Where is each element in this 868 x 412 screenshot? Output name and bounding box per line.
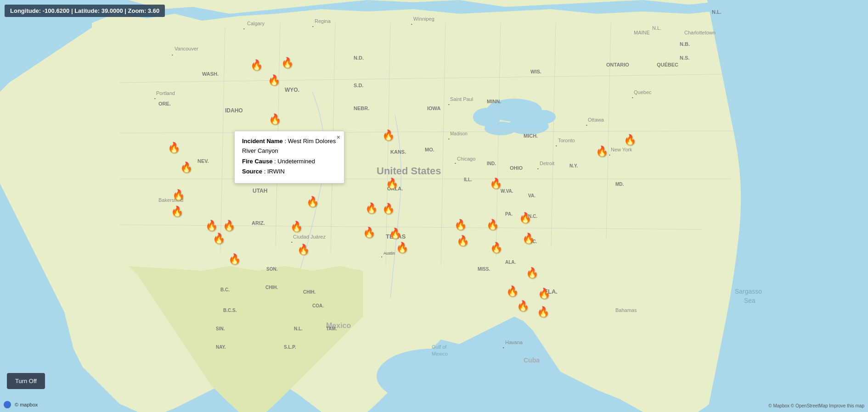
popup-incident-row: Incident Name : West Rim Dolores River C… <box>242 137 337 156</box>
fire-marker[interactable]: 🔥 <box>454 219 467 231</box>
svg-text:COA.: COA. <box>312 303 324 308</box>
mapbox-logo: © mapbox <box>4 401 38 408</box>
fire-marker[interactable]: 🔥 <box>250 59 263 71</box>
svg-text:Austin: Austin <box>383 251 395 256</box>
fire-marker[interactable]: 🔥 <box>386 178 398 189</box>
svg-text:NEBR.: NEBR. <box>354 106 369 111</box>
fire-marker[interactable]: 🔥 <box>290 221 303 233</box>
fire-marker[interactable]: 🔥 <box>490 242 502 254</box>
svg-text:NAY.: NAY. <box>216 345 226 350</box>
svg-text:TAM.: TAM. <box>326 326 337 331</box>
svg-text:QUÉBEC: QUÉBEC <box>657 62 678 67</box>
fire-marker[interactable]: 🔥 <box>306 196 319 208</box>
popup-close-button[interactable]: × <box>337 134 340 141</box>
fire-marker[interactable]: 🔥 <box>205 220 218 232</box>
svg-text:SIN.: SIN. <box>216 326 225 331</box>
fire-marker[interactable]: 🔥 <box>363 227 375 239</box>
fire-marker[interactable]: 🔥 <box>396 242 408 254</box>
fire-marker[interactable]: 🔥 <box>486 219 499 231</box>
svg-text:•: • <box>172 53 173 57</box>
fire-marker[interactable]: 🔥 <box>172 189 185 201</box>
fire-marker[interactable]: 🔥 <box>522 233 535 245</box>
popup-source-label: Source <box>242 168 262 175</box>
svg-text:Bahamas: Bahamas <box>615 307 637 313</box>
fire-marker[interactable]: 🔥 <box>506 285 519 297</box>
mapbox-logo-text: © mapbox <box>15 402 38 407</box>
svg-text:•: • <box>154 96 156 100</box>
fire-marker[interactable]: 🔥 <box>596 145 608 157</box>
fire-marker[interactable]: 🔥 <box>624 134 636 146</box>
svg-text:Charlottetown: Charlottetown <box>684 30 716 35</box>
svg-text:•: • <box>632 95 633 100</box>
svg-text:MD.: MD. <box>615 182 624 187</box>
svg-text:WASH.: WASH. <box>202 71 219 77</box>
svg-text:•: • <box>291 240 293 244</box>
fire-marker[interactable]: 🔥 <box>457 235 469 247</box>
svg-text:Toronto: Toronto <box>558 138 575 143</box>
fire-marker[interactable]: 🔥 <box>213 233 225 245</box>
svg-text:B.C.: B.C. <box>220 287 230 292</box>
fire-marker[interactable]: 🔥 <box>228 253 241 265</box>
svg-text:S.D.: S.D. <box>354 83 363 88</box>
svg-text:•: • <box>537 167 539 171</box>
svg-text:•: • <box>448 102 450 106</box>
svg-text:•: • <box>503 345 504 350</box>
svg-text:IOWA: IOWA <box>427 106 440 111</box>
fire-marker[interactable]: 🔥 <box>382 129 395 141</box>
fire-marker[interactable]: 🔥 <box>382 203 395 215</box>
fire-marker[interactable]: 🔥 <box>490 178 502 189</box>
popup-cause-value: Undetermined <box>277 158 315 165</box>
svg-text:Cuba: Cuba <box>524 356 540 364</box>
turn-off-button[interactable]: Turn Off <box>7 373 45 389</box>
map-attribution: © Mapbox © OpenStreetMap Improve this ma… <box>768 403 864 408</box>
fire-marker[interactable]: 🔥 <box>297 244 310 256</box>
map-container[interactable]: Vancouver • Calgary • Regina • Winnipeg … <box>0 0 868 412</box>
svg-text:•: • <box>312 24 314 28</box>
svg-text:ILL.: ILL. <box>464 177 472 182</box>
fire-marker[interactable]: 🔥 <box>365 202 378 214</box>
svg-text:OHIO: OHIO <box>510 165 523 171</box>
fire-marker[interactable]: 🔥 <box>526 267 538 279</box>
fire-marker[interactable]: 🔥 <box>517 300 529 312</box>
svg-text:•: • <box>455 161 456 165</box>
fire-marker[interactable]: 🔥 <box>168 142 180 154</box>
svg-text:Ottawa: Ottawa <box>588 117 604 122</box>
svg-text:New York: New York <box>611 147 632 152</box>
svg-text:Winnipeg: Winnipeg <box>413 16 434 22</box>
popup-source-row: Source : IRWIN <box>242 167 337 177</box>
fire-marker[interactable]: 🔥 <box>268 74 280 86</box>
popup-source-colon: : <box>264 168 267 175</box>
svg-text:ORE.: ORE. <box>158 101 171 106</box>
svg-text:ALA.: ALA. <box>505 260 516 265</box>
fire-marker[interactable]: 🔥 <box>537 306 549 318</box>
svg-text:N.L.: N.L. <box>712 9 721 15</box>
svg-text:Quebec: Quebec <box>634 89 652 95</box>
fire-marker[interactable]: 🔥 <box>269 113 281 125</box>
svg-text:N.S.: N.S. <box>680 55 689 61</box>
coordinate-display: Longitude: -100.6200 | Latitude: 39.0000… <box>5 5 165 17</box>
svg-text:Sea: Sea <box>744 297 755 304</box>
svg-point-5 <box>533 110 556 124</box>
svg-text:Saint Paul: Saint Paul <box>450 96 473 102</box>
fire-marker[interactable]: 🔥 <box>538 288 550 300</box>
svg-text:Gulf of: Gulf of <box>432 344 447 350</box>
svg-text:KANS.: KANS. <box>390 149 406 155</box>
svg-text:Chicago: Chicago <box>457 156 475 161</box>
svg-text:Sargasso: Sargasso <box>735 288 762 295</box>
fire-marker[interactable]: 🔥 <box>281 57 293 69</box>
svg-text:W.VA.: W.VA. <box>501 189 513 194</box>
popup-incident-label: Incident Name <box>242 138 283 145</box>
fire-marker[interactable]: 🔥 <box>180 161 192 173</box>
svg-text:VA.: VA. <box>528 193 535 198</box>
svg-text:Calgary: Calgary <box>247 21 265 26</box>
fire-marker[interactable]: 🔥 <box>223 220 235 232</box>
svg-text:Regina: Regina <box>315 18 331 24</box>
svg-text:Portland: Portland <box>156 90 175 96</box>
svg-text:MISS.: MISS. <box>478 267 490 272</box>
svg-text:Havana: Havana <box>505 340 523 345</box>
fire-marker[interactable]: 🔥 <box>389 228 401 239</box>
fire-marker[interactable]: 🔥 <box>171 206 183 217</box>
svg-text:Madison: Madison <box>450 131 468 136</box>
fire-marker[interactable]: 🔥 <box>519 212 531 224</box>
svg-text:N.B.: N.B. <box>680 41 690 47</box>
